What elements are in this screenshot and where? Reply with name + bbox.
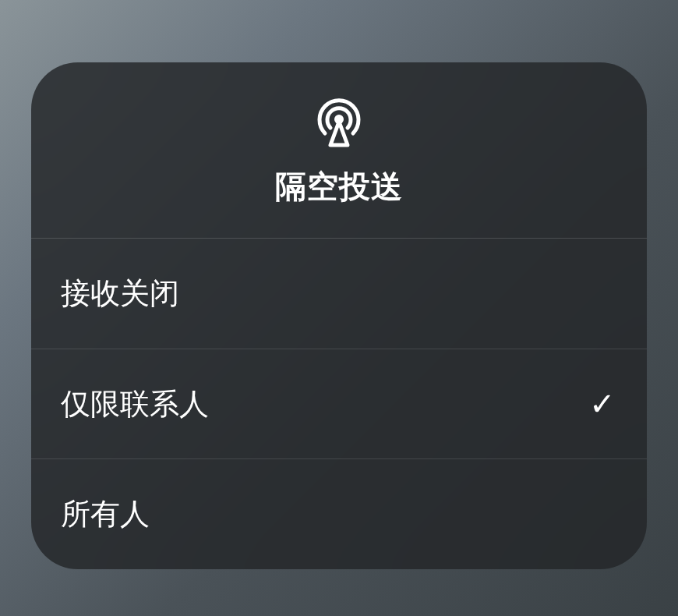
option-contacts-only[interactable]: 仅限联系人 ✓ [31, 349, 647, 460]
option-label: 仅限联系人 [61, 384, 209, 424]
option-everyone[interactable]: 所有人 ✓ [31, 459, 647, 569]
airdrop-settings-modal: 隔空投送 接收关闭 ✓ 仅限联系人 ✓ 所有人 ✓ [31, 62, 647, 569]
modal-title: 隔空投送 [275, 165, 403, 208]
checkmark-icon: ✓ [589, 386, 616, 422]
airdrop-icon [312, 94, 366, 148]
option-label: 接收关闭 [61, 274, 179, 313]
modal-header: 隔空投送 [31, 62, 647, 239]
option-label: 所有人 [61, 494, 150, 534]
option-receiving-off[interactable]: 接收关闭 ✓ [31, 239, 647, 349]
